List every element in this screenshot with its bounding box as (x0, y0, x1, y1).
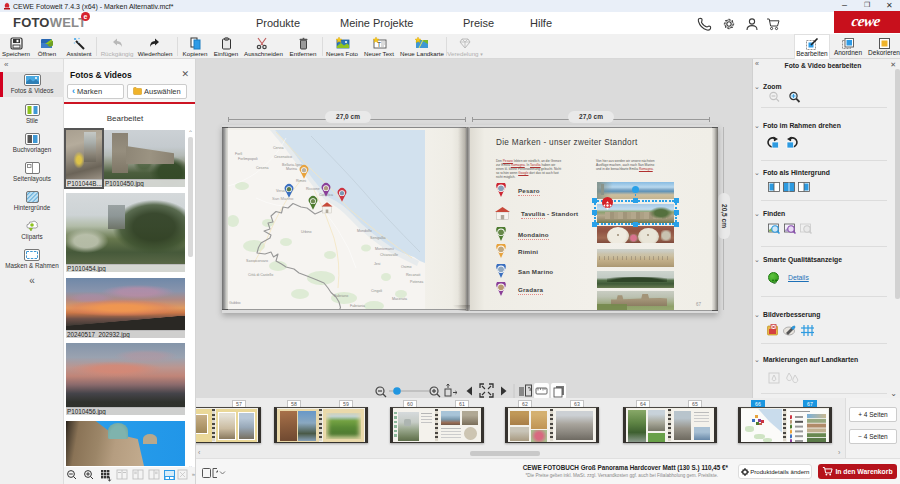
svg-text:Senigallia: Senigallia (370, 236, 386, 240)
svg-text:Città di Castello: Città di Castello (248, 273, 273, 277)
svg-text:Gubbio: Gubbio (229, 301, 241, 305)
svg-text:Chiaravalle: Chiaravalle (380, 253, 398, 257)
svg-text:Recanati: Recanati (406, 273, 420, 277)
svg-text:Cingoli: Cingoli (371, 289, 382, 293)
svg-text:Fabriano: Fabriano (334, 294, 348, 298)
svg-text:Potenza: Potenza (410, 280, 423, 284)
svg-text:Cesenatico: Cesenatico (274, 155, 292, 159)
svg-text:Macerata: Macerata (392, 297, 407, 301)
svg-text:Rimini: Rimini (296, 179, 306, 183)
svg-text:Mondolfo: Mondolfo (357, 229, 372, 233)
svg-text:Forlì: Forlì (235, 152, 242, 156)
svg-text:Forlimpopoli: Forlimpopoli (238, 157, 258, 161)
svg-text:Sassocorvaro: Sassocorvaro (246, 259, 268, 263)
svg-text:Marina: Marina (286, 167, 297, 171)
svg-text:Fabriania: Fabriania (350, 304, 365, 308)
svg-text:Jesi: Jesi (374, 262, 381, 266)
svg-text:Osimo: Osimo (401, 265, 411, 269)
svg-text:Urbino: Urbino (301, 230, 312, 234)
svg-text:Cesena: Cesena (256, 166, 268, 170)
svg-text:Cervia: Cervia (273, 146, 283, 150)
svg-text:cewe: cewe (851, 14, 882, 30)
svg-text:Riccione: Riccione (306, 187, 320, 191)
svg-text:Montemarci: Montemarci (375, 247, 394, 251)
svg-text:San Marino: San Marino (272, 196, 294, 201)
